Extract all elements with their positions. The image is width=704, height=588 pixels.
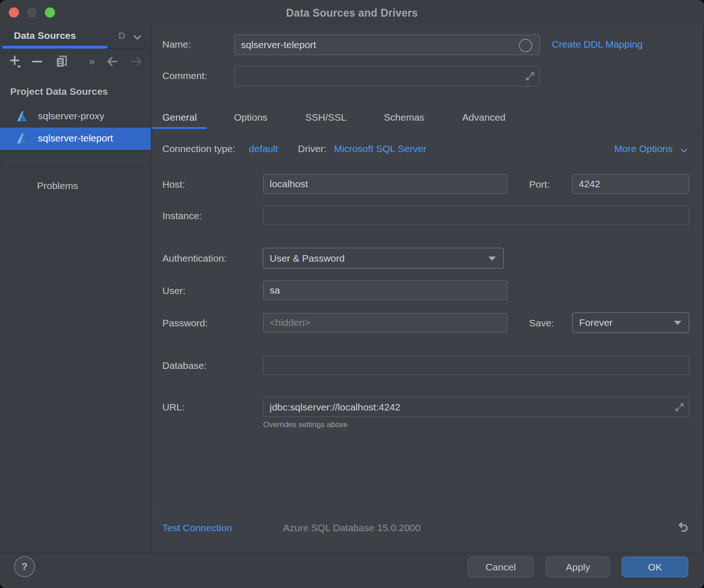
url-input[interactable]: [263, 397, 689, 417]
add-data-source-button[interactable]: [7, 54, 23, 69]
cancel-button[interactable]: Cancel: [468, 557, 534, 577]
duplicate-icon[interactable]: [54, 54, 69, 69]
minimize-button[interactable]: [27, 7, 37, 18]
tab-drivers-clipped[interactable]: D: [118, 30, 125, 41]
url-label: URL:: [162, 402, 185, 413]
expand-icon[interactable]: [525, 71, 536, 82]
authentication-select[interactable]: User & Password: [263, 248, 504, 269]
loading-spinner-icon: [519, 39, 532, 52]
database-input[interactable]: [263, 355, 689, 375]
user-label: User:: [162, 285, 185, 296]
connection-type-label: Connection type:: [162, 143, 235, 154]
host-label: Host:: [162, 179, 185, 190]
password-label: Password:: [162, 318, 208, 329]
zoom-button[interactable]: [45, 7, 55, 18]
divider: [151, 512, 704, 512]
database-label: Database:: [162, 360, 207, 371]
tab-schemas[interactable]: Schemas: [374, 105, 434, 129]
tab-advanced[interactable]: Advanced: [452, 105, 515, 129]
apply-button[interactable]: Apply: [546, 557, 610, 577]
create-ddl-mapping-link[interactable]: Create DDL Mapping: [552, 39, 643, 50]
tab-general[interactable]: General: [153, 105, 207, 129]
dropdown-caret-icon: [488, 257, 496, 261]
save-value: Forever: [579, 317, 612, 328]
azure-sql-icon: [16, 110, 28, 124]
divider: [151, 129, 704, 129]
datasource-label: sqlserver-proxy: [38, 110, 105, 122]
name-label: Name:: [162, 39, 191, 50]
save-select[interactable]: Forever: [572, 312, 689, 333]
ok-button[interactable]: OK: [622, 557, 688, 577]
user-input[interactable]: [263, 281, 507, 300]
driver-value-link[interactable]: Microsoft SQL Server: [334, 143, 426, 154]
instance-input[interactable]: [263, 206, 689, 225]
authentication-label: Authentication:: [162, 253, 227, 264]
comment-label: Comment:: [162, 70, 207, 81]
port-label: Port:: [529, 179, 550, 190]
sidebar: Data Sources D »: [0, 26, 151, 553]
help-button[interactable]: ?: [14, 556, 35, 577]
connection-type-value-link[interactable]: default: [249, 143, 278, 154]
sidebar-toolbar: »: [0, 53, 151, 71]
port-input[interactable]: [572, 174, 689, 194]
dropdown-caret-icon: [674, 321, 681, 325]
bottom-bar: ? Cancel Apply OK: [0, 553, 704, 588]
tab-ssh-ssl[interactable]: SSH/SSL: [296, 105, 356, 129]
divider: [4, 163, 147, 163]
azure-sql-icon: [16, 132, 28, 147]
active-tab-underline: [2, 46, 107, 49]
titlebar: Data Sources and Drivers: [0, 0, 704, 26]
undo-icon[interactable]: [675, 521, 690, 537]
comment-input[interactable]: [235, 66, 540, 86]
close-button[interactable]: [9, 7, 19, 18]
test-connection-link[interactable]: Test Connection: [162, 522, 232, 533]
datasource-item-sqlserver-teleport[interactable]: sqlserver-teleport: [0, 128, 151, 150]
server-version-text: Azure SQL Database 15.0.2000: [283, 522, 420, 533]
authentication-value: User & Password: [270, 253, 345, 264]
driver-label: Driver:: [298, 143, 327, 154]
host-input[interactable]: [263, 174, 507, 194]
forward-icon[interactable]: [129, 54, 144, 69]
chevron-down-icon[interactable]: [679, 146, 689, 158]
datasource-label: sqlserver-teleport: [38, 133, 113, 144]
window-title: Data Sources and Drivers: [286, 7, 418, 19]
expand-icon[interactable]: [674, 402, 685, 413]
tab-data-sources[interactable]: Data Sources: [14, 30, 76, 41]
more-options-link[interactable]: More Options: [614, 143, 673, 154]
tab-bar: General Options SSH/SSL Schemas Advanced: [153, 105, 519, 129]
problems-link[interactable]: Problems: [37, 180, 78, 191]
name-input[interactable]: [235, 35, 540, 55]
chevron-down-icon[interactable]: [131, 31, 143, 45]
url-hint: Overrides settings above: [263, 420, 348, 429]
tab-options[interactable]: Options: [224, 105, 277, 129]
save-label: Save:: [529, 318, 554, 329]
back-icon[interactable]: [105, 54, 120, 69]
password-input[interactable]: [263, 313, 507, 332]
datasource-item-sqlserver-proxy[interactable]: sqlserver-proxy: [0, 105, 151, 128]
more-actions-icon[interactable]: »: [84, 54, 100, 69]
remove-data-source-button[interactable]: [30, 54, 45, 69]
instance-label: Instance:: [162, 210, 202, 221]
project-data-sources-header: Project Data Sources: [10, 86, 108, 97]
dialog-window: Data Sources and Drivers Data Sources D …: [0, 0, 704, 588]
sidebar-header: Data Sources D: [0, 26, 151, 49]
